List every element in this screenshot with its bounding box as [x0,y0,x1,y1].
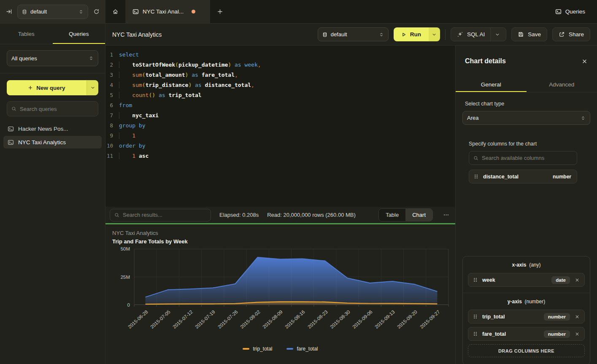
column-chip[interactable]: fare_totalnumber [468,327,585,341]
query-list-item[interactable]: NYC Taxi Analytics [3,136,102,148]
results-bar: Elapsed: 0.208s Read: 20,000,000 rows (2… [105,207,455,223]
code-line: 4 sum(trip_distance) as distance_total, [105,80,455,90]
query-tab-icon [132,8,139,15]
rows-read: Read: 20,000,000 rows (260.00 MB) [267,212,356,218]
legend-item[interactable]: trip_total [243,346,272,352]
code-content: 1 [117,131,135,141]
column-chip[interactable]: distance_totalnumber [469,170,577,183]
query-list-item-label: Hacker News Pos... [18,126,68,132]
new-query-dropdown[interactable] [86,80,98,95]
collapse-sidebar-icon[interactable] [6,8,12,15]
sidebar-tabs: TablesQueries [0,24,105,44]
drop-zone[interactable]: DRAG COLUMNS HERE [468,344,585,357]
columns-section-label: Specify columns for the chart [469,141,575,147]
chart-type-value: Area [467,115,478,121]
query-search-input[interactable] [20,106,94,112]
column-name: fare_total [482,331,506,337]
run-label: Run [410,31,421,38]
new-query-button[interactable]: New query [7,80,86,95]
chart-subtitle: Trip and Fare Totals by Week [112,238,448,245]
run-database-value: default [331,31,347,38]
y-axis-labels: 025M50M [112,249,134,305]
chevron-updown-icon [379,32,384,37]
share-button[interactable]: Share [552,27,590,41]
grip-icon [472,331,478,337]
x-axis-label: 2015-06-28 [127,309,149,329]
y-axis-label: 25M [121,275,130,280]
x-axis-label: 2015-08-23 [307,309,329,329]
run-database-selector[interactable]: default [318,27,389,41]
sidebar-tab-tables[interactable]: Tables [0,24,53,44]
refresh-icon[interactable] [93,8,100,15]
x-axis-label: 2015-09-13 [374,309,396,329]
chevron-updown-icon [89,56,94,61]
terminal-icon [555,8,562,15]
divider [0,73,105,73]
queries-shortcut[interactable]: Queries [550,0,597,23]
chart-type-select[interactable]: Area [462,111,590,125]
sql-ai-button[interactable]: SQL AI [451,27,506,41]
sql-editor[interactable]: 1select2 toStartOfWeek(pickup_datetime) … [105,46,455,207]
columns-search-input[interactable] [482,155,573,161]
legend-label: fare_total [297,346,318,352]
query-filter-select[interactable]: All queries [7,50,98,66]
view-toggle-table[interactable]: Table [379,209,405,221]
code-content: toStartOfWeek(pickup_datetime) as week, [117,60,261,70]
new-query-label: New query [36,85,65,91]
sparkle-icon [457,31,463,38]
home-icon [112,8,119,15]
code-content: sum(trip_distance) as distance_total, [117,80,254,90]
close-panel-button[interactable] [581,58,588,65]
new-tab-button[interactable] [210,0,230,23]
view-toggle-chart[interactable]: Chart [405,209,432,221]
legend-item[interactable]: fare_total [286,346,318,352]
columns-search [469,151,577,165]
share-icon [559,31,565,38]
run-button-group: Run [394,27,440,41]
results-search [110,209,211,221]
panel-tab-general[interactable]: General [456,77,527,92]
panel-tab-advanced[interactable]: Advanced [527,77,597,92]
remove-icon [575,332,580,337]
query-tab[interactable]: NYC Taxi Anal... [126,0,210,23]
remove-column-button[interactable] [574,331,581,337]
search-icon [114,213,119,218]
line-number: 2 [105,60,117,70]
available-columns: distance_totalnumber [469,170,577,183]
x-axis-label: 2015-08-16 [284,309,306,329]
query-toolbar: NYC Taxi Analytics default Run [105,24,597,46]
search-icon [473,156,478,161]
home-tab[interactable] [105,0,126,23]
results-search-input[interactable] [123,212,206,218]
more-options-button[interactable] [441,212,451,218]
x-axis-label: 2015-07-19 [194,309,216,329]
run-dropdown[interactable] [429,27,440,41]
grip-icon [472,277,478,283]
code-line: 2 toStartOfWeek(pickup_datetime) as week… [105,60,455,70]
legend-swatch [286,348,293,350]
column-chip[interactable]: trip_totalnumber [468,310,585,324]
database-selector[interactable]: default [17,5,88,19]
column-type-badge: date [551,276,570,284]
query-list-item[interactable]: Hacker News Pos... [3,122,102,135]
x-axis-heading: x-axis (any) [468,262,585,268]
code-content: select [117,50,139,60]
grip-icon [472,313,478,320]
column-type-badge: number [544,330,570,338]
remove-column-button[interactable] [574,277,581,283]
plus-icon [217,8,223,15]
query-icon [8,126,14,132]
database-icon [322,32,327,37]
chart-type-label: Select chart type [465,101,588,107]
sidebar-tab-queries[interactable]: Queries [53,24,105,44]
remove-column-button[interactable] [574,313,581,320]
sql-ai-dropdown[interactable] [490,28,500,41]
chevron-down-icon [495,32,500,37]
y-axis-section: y-axis (number) trip_totalnumberfare_tot… [463,293,590,364]
run-button[interactable]: Run [394,27,429,41]
x-axis-section: x-axis (any) weekdate [463,256,590,293]
database-value: default [30,8,47,15]
save-button[interactable]: Save [511,27,547,41]
x-axis-label: 2015-09-06 [351,309,373,329]
column-chip[interactable]: weekdate [468,273,585,287]
